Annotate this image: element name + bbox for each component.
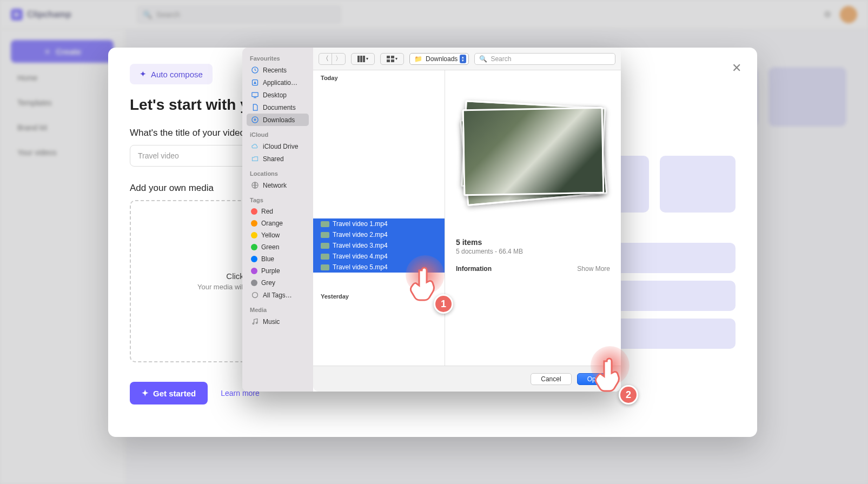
svg-rect-3	[252, 92, 258, 97]
globe-icon	[251, 181, 259, 189]
cloud-icon	[251, 142, 259, 150]
finder-footer: Cancel Open	[313, 366, 621, 392]
view-columns-button[interactable]: ▾	[351, 53, 375, 65]
file-row[interactable]: Travel video 2.mp4	[313, 229, 445, 240]
sidebar-item-documents[interactable]: Documents	[247, 101, 309, 114]
svg-point-6	[253, 293, 258, 298]
tag-dot-icon	[251, 268, 257, 274]
document-icon	[251, 103, 259, 111]
forward-icon[interactable]: 〉	[332, 54, 345, 64]
app-icon	[251, 78, 259, 87]
info-label: Information	[456, 265, 492, 273]
tag-grey[interactable]: Grey	[247, 277, 309, 289]
tag-dot-icon	[251, 232, 257, 238]
group-today: Today	[313, 70, 445, 83]
file-row[interactable]: Travel video 3.mp4	[313, 240, 445, 251]
finder-toolbar: 〈 〉 ▾ ▾ 📁 Downloads ▴▾ 🔍	[313, 48, 621, 70]
finder-columns: Today Travel video 1.mp4 Travel video 2.…	[313, 70, 621, 366]
search-icon: 🔍	[479, 55, 487, 63]
sidebar-heading-tags: Tags	[247, 195, 309, 205]
open-button[interactable]: Open	[577, 373, 613, 385]
clock-icon	[251, 66, 259, 74]
folder-icon: 📁	[414, 55, 422, 63]
file-open-dialog: Favourites Recents Applicatio… Desktop D…	[242, 48, 621, 392]
path-dropdown[interactable]: 📁 Downloads ▴▾	[409, 53, 469, 65]
svg-rect-13	[391, 56, 394, 58]
sidebar-heading-favourites: Favourites	[247, 53, 309, 64]
svg-point-7	[253, 323, 254, 324]
svg-rect-11	[363, 56, 365, 62]
group-yesterday: Yesterday	[313, 289, 445, 302]
tab-auto-compose[interactable]: ✦ Auto compose	[130, 64, 213, 84]
back-icon[interactable]: 〈	[319, 54, 332, 64]
tag-yellow[interactable]: Yellow	[247, 229, 309, 241]
sparkle-icon: ✦	[142, 388, 149, 398]
video-thumb-icon	[321, 221, 329, 227]
cancel-button[interactable]: Cancel	[531, 373, 571, 385]
finder-main: 〈 〉 ▾ ▾ 📁 Downloads ▴▾ 🔍	[313, 48, 621, 392]
video-thumb-icon	[321, 254, 329, 260]
sidebar-item-shared[interactable]: Shared	[247, 153, 309, 165]
tag-blue[interactable]: Blue	[247, 253, 309, 265]
video-thumb-icon	[321, 243, 329, 249]
finder-sidebar: Favourites Recents Applicatio… Desktop D…	[242, 48, 313, 392]
tag-green[interactable]: Green	[247, 241, 309, 253]
sidebar-heading-icloud: iCloud	[247, 129, 309, 140]
sidebar-heading-locations: Locations	[247, 168, 309, 179]
close-icon[interactable]: ✕	[729, 61, 744, 76]
video-thumb-icon	[321, 232, 329, 238]
tag-orange[interactable]: Orange	[247, 217, 309, 229]
grid-icon	[387, 56, 394, 62]
file-row[interactable]: Travel video 1.mp4	[313, 218, 445, 229]
finder-search[interactable]: 🔍 Search	[474, 53, 615, 65]
svg-rect-14	[387, 59, 390, 62]
file-row[interactable]: Travel video 4.mp4	[313, 251, 445, 262]
file-row[interactable]: Travel video 5.mp4	[313, 262, 445, 273]
download-icon	[251, 116, 259, 124]
sidebar-item-music[interactable]: Music	[247, 315, 309, 328]
sparkle-icon: ✦	[140, 69, 147, 79]
shared-folder-icon	[251, 155, 259, 163]
video-thumb-icon	[321, 264, 329, 270]
svg-rect-10	[360, 56, 362, 62]
tag-purple[interactable]: Purple	[247, 265, 309, 277]
svg-point-8	[256, 322, 257, 324]
stepper-icon: ▴▾	[460, 55, 466, 63]
preview-column: 5 items 5 documents - 66.4 MB Informatio…	[445, 70, 621, 366]
svg-rect-15	[391, 59, 394, 62]
tag-dot-icon	[251, 244, 257, 250]
sidebar-item-network[interactable]: Network	[247, 179, 309, 191]
preview-meta: 5 items 5 documents - 66.4 MB Informatio…	[445, 233, 621, 278]
preview-title: 5 items	[456, 238, 610, 247]
tag-dot-icon	[251, 280, 257, 286]
all-tags-icon	[251, 291, 259, 299]
svg-rect-9	[357, 56, 360, 62]
sidebar-item-downloads[interactable]: Downloads	[247, 114, 309, 126]
sidebar-item-desktop[interactable]: Desktop	[247, 89, 309, 101]
show-more-link[interactable]: Show More	[577, 265, 610, 273]
desktop-icon	[251, 91, 259, 99]
file-list-column: Today Travel video 1.mp4 Travel video 2.…	[313, 70, 445, 366]
preview-thumbnail-stack	[445, 70, 621, 233]
svg-rect-12	[387, 56, 390, 58]
tag-dot-icon	[251, 208, 257, 215]
preview-subtitle: 5 documents - 66.4 MB	[456, 248, 610, 255]
sidebar-item-recents[interactable]: Recents	[247, 64, 309, 76]
columns-icon	[357, 56, 365, 62]
sidebar-item-applications[interactable]: Applicatio…	[247, 76, 309, 89]
tag-dot-icon	[251, 220, 257, 227]
get-started-button[interactable]: ✦ Get started	[130, 382, 208, 405]
nav-buttons[interactable]: 〈 〉	[319, 53, 346, 65]
tag-dot-icon	[251, 256, 257, 262]
tag-red[interactable]: Red	[247, 205, 309, 217]
tag-all[interactable]: All Tags…	[247, 289, 309, 301]
chevron-down-icon: ▾	[366, 56, 368, 61]
sidebar-heading-media: Media	[247, 304, 309, 315]
sidebar-item-icloud-drive[interactable]: iCloud Drive	[247, 140, 309, 153]
view-group-button[interactable]: ▾	[380, 53, 404, 65]
music-icon	[251, 317, 259, 326]
chevron-down-icon: ▾	[395, 56, 397, 61]
